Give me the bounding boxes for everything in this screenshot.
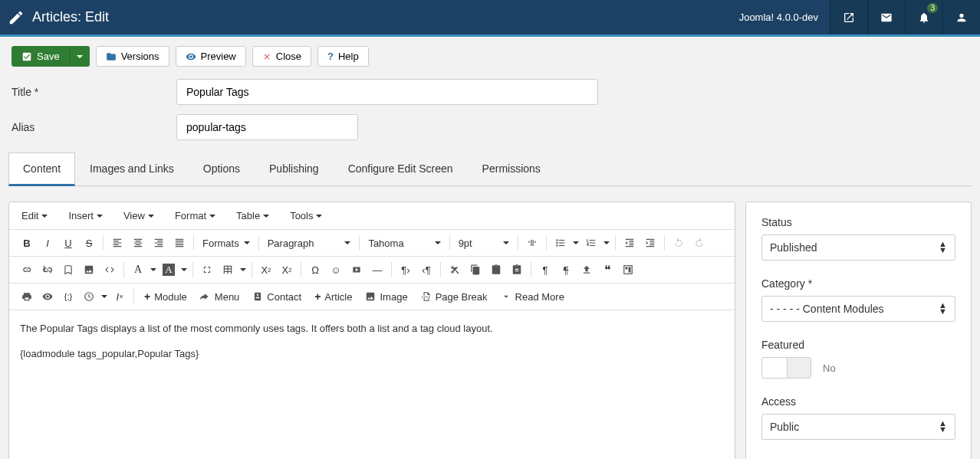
strikethrough-button[interactable]: S — [79, 233, 99, 253]
paste-button[interactable] — [486, 260, 506, 280]
save-button[interactable]: Save — [12, 46, 70, 67]
preview-editor-button[interactable] — [38, 287, 58, 307]
codesample-button[interactable]: {;} — [58, 287, 78, 307]
menu-insert[interactable]: Insert — [64, 207, 107, 225]
menu-tools[interactable]: Tools — [285, 207, 327, 225]
fullscreen-button[interactable] — [197, 260, 217, 280]
separator — [133, 289, 134, 304]
page-break-icon — [421, 291, 432, 302]
preview-button[interactable]: Preview — [176, 46, 246, 67]
category-select[interactable]: - - - - - Content Modules ▲▼ — [761, 296, 955, 322]
bullet-list-dropdown[interactable] — [571, 233, 580, 253]
table-dropdown[interactable] — [238, 260, 248, 280]
number-list-dropdown[interactable] — [602, 233, 611, 253]
insertdatetime-dropdown[interactable] — [100, 287, 109, 307]
paste-text-button[interactable] — [507, 260, 527, 280]
line-height-button[interactable] — [522, 233, 542, 253]
external-link-button[interactable] — [830, 0, 867, 34]
table-button[interactable] — [218, 260, 238, 280]
pencil-icon — [8, 9, 25, 26]
tab-permissions[interactable]: Permissions — [468, 152, 555, 185]
cut-button[interactable] — [445, 260, 465, 280]
close-button[interactable]: Close — [252, 46, 311, 67]
background-color-button[interactable]: A — [159, 260, 179, 280]
align-justify-button[interactable] — [169, 233, 189, 253]
emoticon-button[interactable]: ☺ — [326, 260, 346, 280]
show-blocks-button[interactable]: ¶ — [535, 260, 555, 280]
notification-badge: 3 — [927, 3, 938, 13]
text-color-dropdown[interactable] — [149, 260, 158, 280]
editor-content-area[interactable]: The Popular Tags displays a list of the … — [9, 310, 735, 456]
user-menu-button[interactable] — [942, 0, 980, 34]
access-select[interactable]: Public ▲▼ — [761, 414, 955, 440]
indent-button[interactable] — [640, 233, 660, 253]
save-dropdown-button[interactable] — [70, 46, 90, 67]
blockquote-button[interactable]: ❝ — [597, 260, 617, 280]
bold-button[interactable]: B — [17, 233, 37, 253]
font-select[interactable]: Tahoma — [363, 234, 445, 252]
status-select[interactable]: Published ▲▼ — [761, 234, 955, 261]
template-button[interactable] — [618, 260, 638, 280]
show-invisible-button[interactable]: ¶ — [556, 260, 576, 280]
align-right-button[interactable] — [149, 233, 169, 253]
insert-article-button[interactable]: +Article — [308, 288, 358, 305]
insertdatetime-button[interactable] — [79, 287, 99, 307]
tab-publishing[interactable]: Publishing — [255, 152, 334, 185]
align-left-button[interactable] — [107, 233, 127, 253]
insert-contact-button[interactable]: Contact — [246, 289, 307, 305]
anchor-button[interactable] — [58, 260, 78, 280]
outdent-button[interactable] — [620, 233, 640, 253]
updown-icon: ▲▼ — [939, 421, 947, 432]
insert-image-button[interactable]: Image — [359, 289, 413, 305]
background-color-dropdown[interactable] — [179, 260, 189, 280]
svg-rect-4 — [626, 267, 628, 270]
underline-button[interactable]: U — [58, 233, 78, 253]
superscript-button[interactable]: X2 — [277, 260, 297, 280]
unlink-button[interactable] — [38, 260, 58, 280]
image-button[interactable] — [79, 260, 99, 280]
alias-input[interactable] — [176, 114, 358, 140]
tab-configure[interactable]: Configure Edit Screen — [334, 152, 468, 185]
copy-button[interactable] — [465, 260, 485, 280]
ltr-button[interactable]: ¶› — [396, 260, 416, 280]
menu-table[interactable]: Table — [232, 207, 274, 225]
menu-format[interactable]: Format — [170, 207, 220, 225]
separator — [193, 235, 194, 251]
insert-module-button[interactable]: +Module — [138, 288, 193, 305]
menu-view[interactable]: View — [119, 207, 159, 225]
media-button[interactable] — [347, 260, 367, 280]
tab-images[interactable]: Images and Links — [75, 152, 189, 185]
page-break-button[interactable]: Page Break — [415, 289, 494, 305]
align-center-button[interactable] — [128, 233, 148, 253]
number-list-button[interactable] — [581, 233, 601, 253]
hr-button[interactable]: — — [367, 260, 387, 280]
messages-button[interactable] — [867, 0, 905, 34]
formats-select[interactable]: Formats — [198, 234, 255, 252]
menu-edit[interactable]: Edit — [17, 207, 52, 225]
rtl-button[interactable]: ‹¶ — [416, 260, 436, 280]
code-button[interactable] — [100, 260, 120, 280]
redo-button[interactable] — [689, 233, 709, 253]
nonbreaking-button[interactable] — [577, 260, 597, 280]
versions-button[interactable]: Versions — [96, 46, 169, 67]
text-color-button[interactable]: A — [128, 260, 148, 280]
insert-menu-button[interactable]: Menu — [194, 289, 246, 305]
special-char-button[interactable]: Ω — [305, 260, 325, 280]
tab-content[interactable]: Content — [8, 152, 75, 186]
italic-button[interactable]: I — [38, 233, 58, 253]
title-input[interactable] — [176, 79, 598, 105]
print-button[interactable] — [17, 287, 37, 307]
read-more-button[interactable]: Read More — [495, 289, 571, 305]
help-button[interactable]: ? Help — [317, 46, 369, 67]
bullet-list-button[interactable] — [551, 233, 571, 253]
undo-button[interactable] — [669, 233, 689, 253]
subscript-button[interactable]: X2 — [256, 260, 276, 280]
link-button[interactable] — [17, 260, 37, 280]
fontsize-select[interactable]: 9pt — [454, 234, 514, 252]
clear-formatting-button[interactable]: I× — [110, 287, 130, 307]
notifications-button[interactable]: 3 — [905, 0, 942, 34]
category-label: Category * — [761, 277, 955, 290]
featured-toggle[interactable] — [761, 357, 811, 379]
tab-options[interactable]: Options — [189, 152, 255, 185]
paragraph-select[interactable]: Paragraph — [263, 234, 356, 252]
